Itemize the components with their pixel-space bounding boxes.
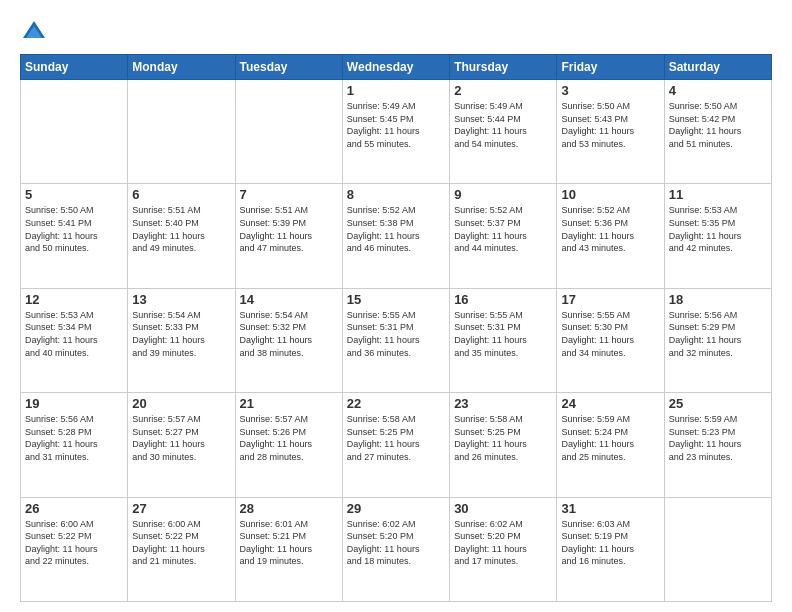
calendar-cell: 3Sunrise: 5:50 AMSunset: 5:43 PMDaylight… — [557, 80, 664, 184]
day-number: 14 — [240, 292, 338, 307]
calendar-cell: 16Sunrise: 5:55 AMSunset: 5:31 PMDayligh… — [450, 288, 557, 392]
day-number: 28 — [240, 501, 338, 516]
calendar-cell — [21, 80, 128, 184]
weekday-header-row: SundayMondayTuesdayWednesdayThursdayFrid… — [21, 55, 772, 80]
day-info: Sunrise: 6:00 AMSunset: 5:22 PMDaylight:… — [132, 518, 230, 568]
day-number: 12 — [25, 292, 123, 307]
day-info: Sunrise: 5:58 AMSunset: 5:25 PMDaylight:… — [347, 413, 445, 463]
calendar-cell: 2Sunrise: 5:49 AMSunset: 5:44 PMDaylight… — [450, 80, 557, 184]
day-info: Sunrise: 5:51 AMSunset: 5:39 PMDaylight:… — [240, 204, 338, 254]
day-info: Sunrise: 5:55 AMSunset: 5:31 PMDaylight:… — [454, 309, 552, 359]
day-info: Sunrise: 5:58 AMSunset: 5:25 PMDaylight:… — [454, 413, 552, 463]
calendar-cell: 20Sunrise: 5:57 AMSunset: 5:27 PMDayligh… — [128, 393, 235, 497]
calendar-cell: 30Sunrise: 6:02 AMSunset: 5:20 PMDayligh… — [450, 497, 557, 601]
day-info: Sunrise: 5:52 AMSunset: 5:38 PMDaylight:… — [347, 204, 445, 254]
calendar-cell: 10Sunrise: 5:52 AMSunset: 5:36 PMDayligh… — [557, 184, 664, 288]
calendar-cell: 8Sunrise: 5:52 AMSunset: 5:38 PMDaylight… — [342, 184, 449, 288]
calendar-cell: 13Sunrise: 5:54 AMSunset: 5:33 PMDayligh… — [128, 288, 235, 392]
day-number: 13 — [132, 292, 230, 307]
calendar-cell: 31Sunrise: 6:03 AMSunset: 5:19 PMDayligh… — [557, 497, 664, 601]
weekday-header-sunday: Sunday — [21, 55, 128, 80]
calendar-week-2: 5Sunrise: 5:50 AMSunset: 5:41 PMDaylight… — [21, 184, 772, 288]
day-number: 8 — [347, 187, 445, 202]
day-number: 6 — [132, 187, 230, 202]
calendar-cell: 28Sunrise: 6:01 AMSunset: 5:21 PMDayligh… — [235, 497, 342, 601]
day-number: 22 — [347, 396, 445, 411]
weekday-header-friday: Friday — [557, 55, 664, 80]
day-number: 3 — [561, 83, 659, 98]
calendar-cell: 6Sunrise: 5:51 AMSunset: 5:40 PMDaylight… — [128, 184, 235, 288]
calendar-cell: 7Sunrise: 5:51 AMSunset: 5:39 PMDaylight… — [235, 184, 342, 288]
day-info: Sunrise: 5:54 AMSunset: 5:33 PMDaylight:… — [132, 309, 230, 359]
logo-icon — [20, 18, 48, 46]
page: SundayMondayTuesdayWednesdayThursdayFrid… — [0, 0, 792, 612]
day-info: Sunrise: 6:03 AMSunset: 5:19 PMDaylight:… — [561, 518, 659, 568]
day-info: Sunrise: 5:50 AMSunset: 5:43 PMDaylight:… — [561, 100, 659, 150]
day-number: 1 — [347, 83, 445, 98]
day-info: Sunrise: 5:53 AMSunset: 5:35 PMDaylight:… — [669, 204, 767, 254]
calendar-cell: 5Sunrise: 5:50 AMSunset: 5:41 PMDaylight… — [21, 184, 128, 288]
day-info: Sunrise: 6:00 AMSunset: 5:22 PMDaylight:… — [25, 518, 123, 568]
calendar-cell: 14Sunrise: 5:54 AMSunset: 5:32 PMDayligh… — [235, 288, 342, 392]
day-info: Sunrise: 5:50 AMSunset: 5:42 PMDaylight:… — [669, 100, 767, 150]
day-number: 20 — [132, 396, 230, 411]
header — [20, 18, 772, 46]
day-info: Sunrise: 6:02 AMSunset: 5:20 PMDaylight:… — [454, 518, 552, 568]
calendar-cell: 29Sunrise: 6:02 AMSunset: 5:20 PMDayligh… — [342, 497, 449, 601]
calendar-cell: 9Sunrise: 5:52 AMSunset: 5:37 PMDaylight… — [450, 184, 557, 288]
day-number: 24 — [561, 396, 659, 411]
calendar-cell: 22Sunrise: 5:58 AMSunset: 5:25 PMDayligh… — [342, 393, 449, 497]
day-info: Sunrise: 5:59 AMSunset: 5:23 PMDaylight:… — [669, 413, 767, 463]
day-number: 18 — [669, 292, 767, 307]
day-info: Sunrise: 5:54 AMSunset: 5:32 PMDaylight:… — [240, 309, 338, 359]
day-number: 10 — [561, 187, 659, 202]
weekday-header-wednesday: Wednesday — [342, 55, 449, 80]
day-number: 16 — [454, 292, 552, 307]
day-number: 26 — [25, 501, 123, 516]
calendar-cell: 18Sunrise: 5:56 AMSunset: 5:29 PMDayligh… — [664, 288, 771, 392]
calendar-cell — [128, 80, 235, 184]
calendar-cell: 23Sunrise: 5:58 AMSunset: 5:25 PMDayligh… — [450, 393, 557, 497]
calendar-table: SundayMondayTuesdayWednesdayThursdayFrid… — [20, 54, 772, 602]
day-number: 23 — [454, 396, 552, 411]
weekday-header-tuesday: Tuesday — [235, 55, 342, 80]
calendar-cell — [664, 497, 771, 601]
day-number: 30 — [454, 501, 552, 516]
day-info: Sunrise: 5:59 AMSunset: 5:24 PMDaylight:… — [561, 413, 659, 463]
day-info: Sunrise: 5:49 AMSunset: 5:44 PMDaylight:… — [454, 100, 552, 150]
day-info: Sunrise: 5:57 AMSunset: 5:26 PMDaylight:… — [240, 413, 338, 463]
calendar-cell: 26Sunrise: 6:00 AMSunset: 5:22 PMDayligh… — [21, 497, 128, 601]
day-number: 31 — [561, 501, 659, 516]
weekday-header-thursday: Thursday — [450, 55, 557, 80]
calendar-week-3: 12Sunrise: 5:53 AMSunset: 5:34 PMDayligh… — [21, 288, 772, 392]
calendar-cell: 11Sunrise: 5:53 AMSunset: 5:35 PMDayligh… — [664, 184, 771, 288]
day-info: Sunrise: 5:55 AMSunset: 5:31 PMDaylight:… — [347, 309, 445, 359]
calendar-cell: 15Sunrise: 5:55 AMSunset: 5:31 PMDayligh… — [342, 288, 449, 392]
day-info: Sunrise: 5:51 AMSunset: 5:40 PMDaylight:… — [132, 204, 230, 254]
day-info: Sunrise: 5:52 AMSunset: 5:36 PMDaylight:… — [561, 204, 659, 254]
day-number: 15 — [347, 292, 445, 307]
day-info: Sunrise: 5:56 AMSunset: 5:29 PMDaylight:… — [669, 309, 767, 359]
day-number: 11 — [669, 187, 767, 202]
day-info: Sunrise: 5:49 AMSunset: 5:45 PMDaylight:… — [347, 100, 445, 150]
calendar-cell: 21Sunrise: 5:57 AMSunset: 5:26 PMDayligh… — [235, 393, 342, 497]
day-number: 29 — [347, 501, 445, 516]
day-info: Sunrise: 5:53 AMSunset: 5:34 PMDaylight:… — [25, 309, 123, 359]
calendar-cell: 25Sunrise: 5:59 AMSunset: 5:23 PMDayligh… — [664, 393, 771, 497]
calendar-cell: 4Sunrise: 5:50 AMSunset: 5:42 PMDaylight… — [664, 80, 771, 184]
day-info: Sunrise: 5:50 AMSunset: 5:41 PMDaylight:… — [25, 204, 123, 254]
day-info: Sunrise: 5:55 AMSunset: 5:30 PMDaylight:… — [561, 309, 659, 359]
calendar-cell: 12Sunrise: 5:53 AMSunset: 5:34 PMDayligh… — [21, 288, 128, 392]
day-number: 7 — [240, 187, 338, 202]
day-number: 4 — [669, 83, 767, 98]
weekday-header-saturday: Saturday — [664, 55, 771, 80]
day-number: 27 — [132, 501, 230, 516]
day-number: 5 — [25, 187, 123, 202]
day-number: 17 — [561, 292, 659, 307]
calendar-week-4: 19Sunrise: 5:56 AMSunset: 5:28 PMDayligh… — [21, 393, 772, 497]
day-info: Sunrise: 6:02 AMSunset: 5:20 PMDaylight:… — [347, 518, 445, 568]
logo — [20, 18, 52, 46]
day-info: Sunrise: 6:01 AMSunset: 5:21 PMDaylight:… — [240, 518, 338, 568]
day-number: 19 — [25, 396, 123, 411]
calendar-week-1: 1Sunrise: 5:49 AMSunset: 5:45 PMDaylight… — [21, 80, 772, 184]
